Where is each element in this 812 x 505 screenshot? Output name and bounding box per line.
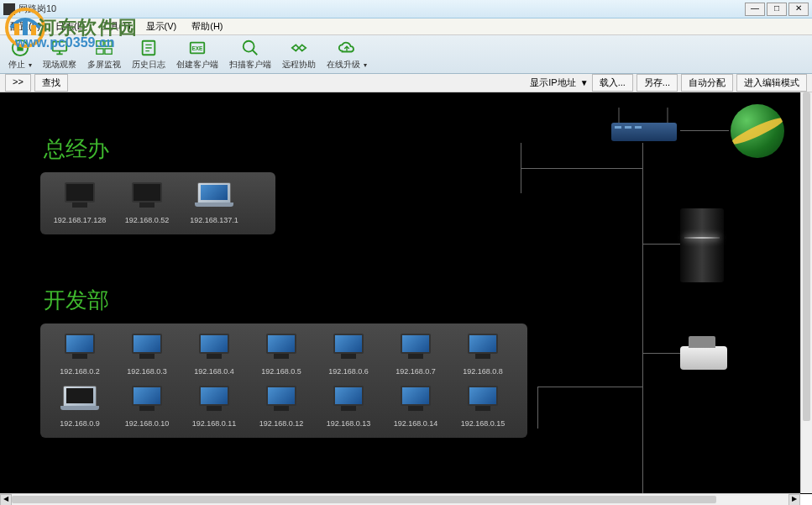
handshake-icon	[289, 38, 309, 58]
network-line	[537, 387, 538, 429]
topology-canvas[interactable]: 总经办 192.168.17.128 192.168.0.52 192.168.…	[0, 92, 812, 494]
desktop-icon	[397, 334, 434, 364]
multi-screen-button[interactable]: 多屏监视	[82, 36, 127, 72]
network-line	[680, 130, 729, 131]
svg-rect-7	[97, 41, 103, 46]
close-button[interactable]: ✕	[788, 3, 809, 16]
scroll-right-button[interactable]: ▶	[788, 494, 800, 505]
computer-item[interactable]: 192.168.137.1	[188, 182, 240, 224]
server-device[interactable]	[680, 208, 724, 282]
computer-item[interactable]: 192.168.17.128	[54, 182, 106, 224]
computer-item[interactable]: 192.168.0.6	[322, 334, 375, 376]
secondbar: >> 查找 显示IP地址 ▼ 载入... 另存... 自动分配 进入编辑模式	[0, 74, 812, 92]
svg-rect-8	[105, 41, 112, 46]
scroll-thumb[interactable]	[803, 92, 810, 421]
computer-ip-label: 192.168.0.15	[461, 419, 506, 428]
computer-item[interactable]: 192.168.0.9	[54, 386, 106, 428]
tool-label: 多屏监视	[87, 59, 121, 71]
app-icon	[3, 3, 15, 15]
internet-globe[interactable]	[731, 104, 784, 158]
computer-item[interactable]: 192.168.0.11	[188, 386, 240, 428]
computer-group: 总经办 192.168.17.128 192.168.0.52 192.168.…	[40, 134, 275, 234]
scroll-thumb[interactable]	[12, 496, 716, 503]
computer-item[interactable]: 192.168.0.2	[54, 334, 106, 376]
chevron-down-icon: ▼	[580, 78, 589, 87]
computer-ip-label: 192.168.0.9	[60, 419, 100, 428]
auto-assign-button[interactable]: 自动分配	[681, 74, 733, 92]
menu-help[interactable]: 帮助(H)	[185, 18, 229, 34]
minimize-button[interactable]: —	[745, 3, 765, 16]
computer-item[interactable]: 192.168.0.52	[121, 182, 173, 224]
network-line	[537, 387, 642, 387]
remote-assist-button[interactable]: 远程协助	[277, 36, 322, 72]
computer-ip-label: 192.168.0.14	[394, 419, 438, 428]
computer-item[interactable]: 192.168.0.12	[255, 386, 307, 428]
stop-icon	[10, 38, 30, 58]
printer-device[interactable]	[680, 333, 732, 373]
find-button[interactable]: 查找	[34, 74, 68, 92]
horizontal-scrollbar[interactable]: ◀ ▶	[0, 493, 800, 505]
scroll-left-button[interactable]: ◀	[0, 494, 12, 505]
network-line	[642, 353, 680, 354]
computer-ip-label: 192.168.0.3	[127, 367, 167, 376]
screens-icon	[94, 38, 114, 58]
tool-label: 历史日志	[132, 59, 165, 71]
network-line	[521, 168, 642, 169]
chevron-down-icon: ▾	[362, 61, 367, 69]
vertical-scrollbar[interactable]	[800, 92, 812, 493]
edit-mode-button[interactable]: 进入编辑模式	[736, 74, 807, 92]
maximize-button[interactable]: □	[767, 3, 787, 16]
computer-ip-label: 192.168.0.12	[259, 419, 304, 428]
desktop-icon	[464, 386, 501, 416]
desktop-icon	[61, 182, 98, 213]
computer-item[interactable]: 192.168.0.15	[457, 386, 509, 428]
tool-label: 在线升级 ▾	[327, 59, 367, 71]
scan-client-button[interactable]: 扫描客户端	[224, 36, 277, 72]
computer-ip-label: 192.168.0.5	[261, 367, 301, 376]
history-log-button[interactable]: 历史日志	[127, 36, 171, 72]
desktop-icon	[397, 386, 434, 416]
computer-ip-label: 192.168.0.4	[194, 367, 234, 376]
monitor-icon	[50, 38, 70, 58]
chevron-down-icon: ▾	[27, 61, 32, 69]
group-panel: 192.168.0.2 192.168.0.3 192.168.0.4 192.…	[40, 324, 527, 438]
computer-item[interactable]: 192.168.0.7	[390, 334, 442, 376]
display-mode-label[interactable]: 显示IP地址 ▼	[530, 76, 588, 89]
network-line	[642, 244, 680, 245]
export-button[interactable]: 另存...	[637, 74, 678, 92]
live-watch-button[interactable]: 现场观察	[38, 36, 82, 72]
desktop-icon	[128, 182, 165, 213]
titlebar: 网路岗10 — □ ✕	[0, 0, 812, 18]
menu-log[interactable]: 日志(L)	[49, 18, 92, 34]
computer-item[interactable]: 192.168.0.14	[390, 386, 442, 428]
create-client-button[interactable]: EXE 创建客户端	[171, 36, 224, 72]
menubar: 配置(F) 日志(L) 工具(T) 显示(V) 帮助(H)	[0, 18, 812, 35]
svg-rect-5	[17, 45, 23, 50]
import-button[interactable]: 载入...	[592, 74, 633, 92]
stop-button[interactable]: 停止 ▾	[3, 36, 38, 72]
desktop-icon	[128, 334, 165, 364]
computer-item[interactable]: 192.168.0.13	[322, 386, 375, 428]
tool-label: 扫描客户端	[229, 59, 271, 71]
expand-button[interactable]: >>	[5, 74, 31, 92]
desktop-icon	[61, 334, 98, 364]
menu-config[interactable]: 配置(F)	[3, 18, 47, 34]
menu-tools[interactable]: 工具(T)	[94, 18, 138, 34]
online-upgrade-button[interactable]: 在线升级 ▾	[322, 36, 373, 72]
cloud-icon	[337, 38, 357, 58]
desktop-icon	[330, 386, 367, 416]
computer-item[interactable]: 192.168.0.5	[255, 334, 307, 376]
exe-icon: EXE	[187, 38, 207, 58]
router-device[interactable]	[611, 109, 685, 143]
svg-point-14	[244, 41, 254, 52]
computer-ip-label: 192.168.0.7	[396, 367, 436, 376]
computer-item[interactable]: 192.168.0.4	[188, 334, 240, 376]
tool-label: 现场观察	[43, 59, 76, 71]
computer-item[interactable]: 192.168.0.3	[121, 334, 173, 376]
computer-item[interactable]: 192.168.0.8	[457, 334, 509, 376]
network-line	[642, 143, 643, 494]
computer-item[interactable]: 192.168.0.10	[121, 386, 173, 428]
desktop-icon	[196, 386, 233, 416]
menu-view[interactable]: 显示(V)	[139, 18, 184, 34]
computer-ip-label: 192.168.0.6	[328, 367, 369, 376]
